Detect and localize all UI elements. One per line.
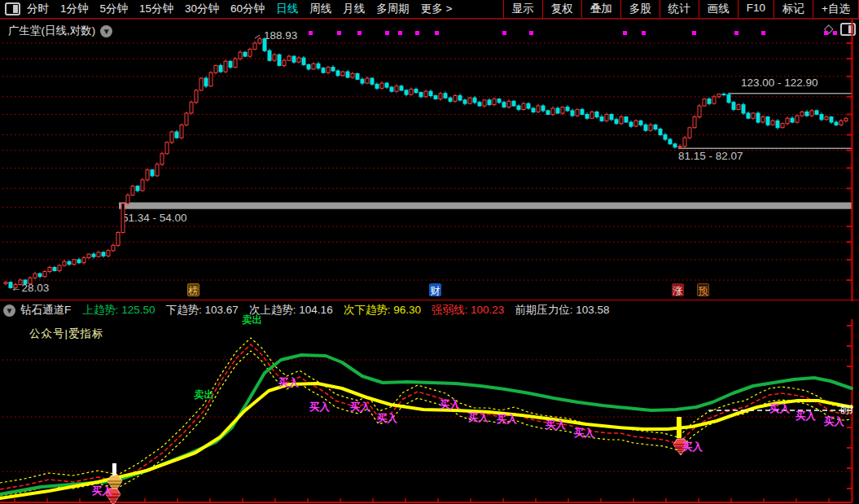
sell-signal-label: 卖出 — [242, 313, 262, 327]
indicator-header: ▼ 钻石通道F 上趋势: 125.50下趋势: 103.67次上趋势: 104.… — [0, 301, 859, 319]
buy-signal-label: 买入 — [468, 411, 489, 425]
sell-signal-label: 卖出 — [194, 388, 214, 402]
peak-marker — [255, 35, 260, 38]
buy-signal-label: 买入 — [546, 419, 566, 432]
indicator-field-上趋势: 上趋势: 125.50 — [82, 303, 155, 318]
indicator-collapse-icon[interactable]: ▼ — [3, 305, 15, 317]
indicator-field-次下趋势: 次下趋势: 96.30 — [344, 303, 421, 318]
buy-signal-label: 买入 — [769, 402, 790, 416]
buy-signal-label: 买入 — [278, 376, 299, 390]
indicator-name: 钻石通道F — [20, 303, 71, 318]
gap-band — [119, 203, 852, 209]
indicator-field-下趋势: 下趋势: 103.67 — [166, 303, 239, 318]
indicator-field-前期压力位: 前期压力位: 103.58 — [515, 303, 609, 318]
buy-signal-label: 买入 — [574, 427, 594, 440]
buy-signal-label: 买入 — [92, 484, 112, 498]
indicator-gridlines — [2, 360, 850, 471]
buy-signal-label: 买入 — [497, 413, 517, 427]
main-gridlines — [2, 43, 852, 280]
indicator-values: 上趋势: 125.50下趋势: 103.67次上趋势: 104.16次下趋势: … — [82, 303, 620, 318]
watermark-label: 公众号|爱指标 — [29, 327, 104, 341]
axis-ticks — [15, 326, 852, 502]
buy-signal-label: 买入 — [350, 401, 370, 414]
buy-signal-label: 买入 — [440, 398, 460, 412]
candlestick-series — [4, 37, 848, 290]
buy-signal-label: 买入 — [309, 401, 330, 414]
buy-signal-label: 买入 — [824, 415, 844, 429]
indicator-field-强弱线: 强弱线: 100.23 — [432, 303, 504, 318]
buy-signal-label: 买入 — [795, 410, 816, 423]
chart-canvas[interactable] — [0, 0, 859, 504]
buy-signal-label: 买入 — [682, 440, 703, 454]
buy-signal-label: 买入 — [377, 412, 397, 426]
